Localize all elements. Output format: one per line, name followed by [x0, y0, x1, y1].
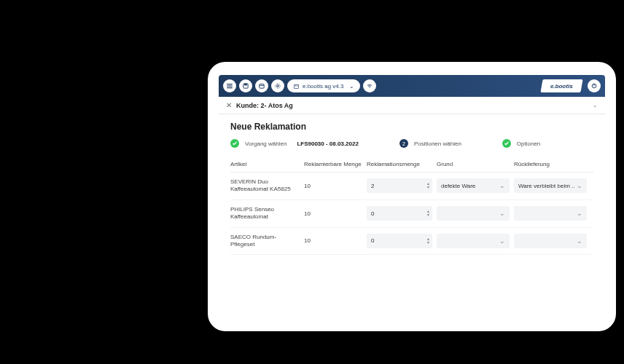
grund-select[interactable]: [437, 234, 510, 248]
col-grund: Grund: [437, 161, 510, 167]
reklamation-stepper[interactable]: 0 ▴▾: [367, 234, 432, 248]
brand-badge: e.bootis: [541, 79, 583, 92]
wizard-steps: Vorgang wählen LFS90030 - 08.03.2022 2 P…: [230, 139, 593, 148]
reklamation-stepper[interactable]: 0 ▴▾: [367, 206, 432, 221]
chevron-down-icon: ⌄: [349, 83, 354, 90]
reklamierbar-cell: 10: [304, 183, 362, 189]
step-1-indicator: [230, 139, 239, 148]
building-icon: [293, 83, 300, 90]
step-3-indicator: [502, 139, 511, 148]
svg-point-4: [277, 85, 279, 87]
col-artikel: Artikel: [230, 161, 300, 167]
brand-text: e.bootis: [550, 83, 573, 90]
step-3-label: Optionen: [517, 141, 540, 147]
chevron-down-icon[interactable]: ⌄: [593, 102, 598, 108]
step-1-label: Vorgang wählen: [245, 141, 286, 147]
stepper-arrows: ▴▾: [427, 210, 429, 217]
svg-rect-7: [297, 85, 297, 86]
positions-table: Artikel Reklamierbare Menge Reklamations…: [230, 157, 593, 255]
artikel-cell: PHILIPS Senseo Kaffeeautomat: [230, 206, 300, 221]
power-button[interactable]: [588, 79, 601, 92]
svg-rect-1: [244, 84, 247, 86]
save-button[interactable]: [239, 79, 252, 92]
menu-button[interactable]: [223, 79, 236, 92]
reklamation-stepper[interactable]: 2 ▴▾: [367, 178, 432, 193]
stepper-arrows: ▴▾: [427, 237, 429, 245]
svg-rect-5: [295, 84, 299, 88]
breadcrumb: ✕ Kunde: 2- Atos Ag ⌄: [219, 97, 605, 114]
content: Neue Reklamation Vorgang wählen LFS90030…: [219, 114, 605, 262]
step-2-label: Positionen wählen: [414, 141, 461, 147]
table-row: SAECO Rundum-Pflegeset 10 0 ▴▾: [230, 228, 593, 256]
page-title: Neue Reklamation: [230, 122, 593, 132]
stepper-arrows: ▴▾: [427, 182, 429, 189]
settings-button[interactable]: [271, 79, 284, 92]
table-header: Artikel Reklamierbare Menge Reklamations…: [230, 157, 593, 173]
topbar: e.bootis ag v4.3 ⌄ e.bootis: [219, 75, 605, 97]
rueck-select[interactable]: Ware verbleibt beim ..: [514, 178, 587, 193]
artikel-cell: SEVERIN Duo Kaffeeautomat KA5825: [230, 178, 300, 194]
breadcrumb-text: Kunde: 2- Atos Ag: [236, 102, 293, 109]
grund-select[interactable]: [437, 206, 510, 221]
svg-point-8: [370, 87, 370, 87]
table-row: PHILIPS Senseo Kaffeeautomat 10 0 ▴▾: [230, 200, 593, 228]
rueck-select[interactable]: [514, 206, 587, 221]
context-selector[interactable]: e.bootis ag v4.3 ⌄: [287, 79, 360, 92]
artikel-cell: SAECO Rundum-Pflegeset: [230, 234, 300, 249]
reklamierbar-cell: 10: [304, 210, 362, 217]
reklamierbar-cell: 10: [304, 237, 362, 244]
rueck-select[interactable]: [514, 234, 587, 248]
grund-select[interactable]: defekte Ware: [437, 178, 510, 193]
step-1-info: LFS90030 - 08.03.2022: [297, 141, 359, 147]
col-reklamation: Reklamationsmenge: [367, 161, 432, 167]
svg-rect-6: [295, 85, 296, 86]
table-row: SEVERIN Duo Kaffeeautomat KA5825 10 2 ▴▾…: [230, 173, 593, 200]
calendar-button[interactable]: [255, 79, 268, 92]
context-label: e.bootis ag v4.3: [303, 83, 343, 90]
col-reklamierbar: Reklamierbare Menge: [304, 161, 362, 167]
col-rueck: Rücklieferung: [514, 161, 587, 167]
wifi-button[interactable]: [363, 79, 376, 92]
close-icon[interactable]: ✕: [226, 101, 232, 109]
tablet-frame: e.bootis ag v4.3 ⌄ e.bootis ✕ Kunde: 2- …: [208, 62, 616, 331]
screen: e.bootis ag v4.3 ⌄ e.bootis ✕ Kunde: 2- …: [219, 75, 605, 318]
step-2-indicator: 2: [399, 139, 408, 148]
svg-rect-2: [260, 84, 264, 89]
